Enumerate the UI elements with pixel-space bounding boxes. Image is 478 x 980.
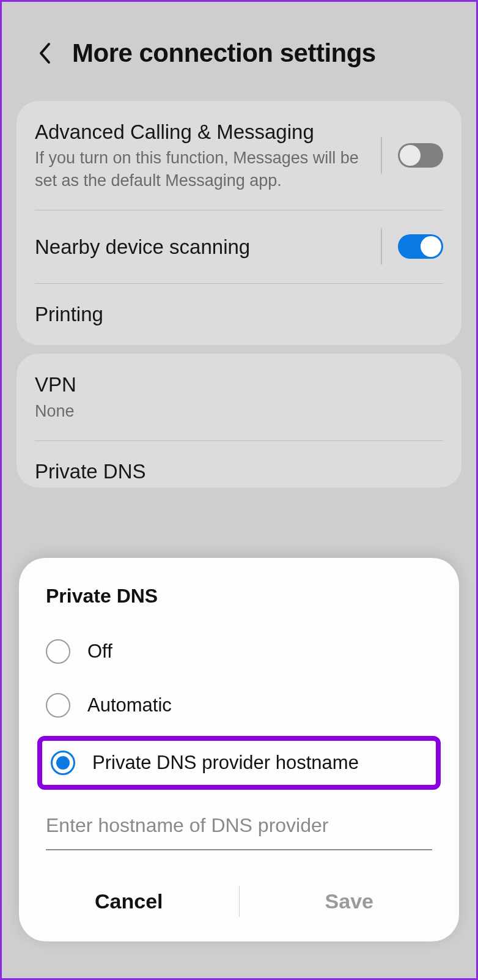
radio-label: Off: [87, 640, 112, 663]
toggle-advanced-calling[interactable]: [398, 143, 443, 168]
toggle-nearby-scanning[interactable]: [398, 234, 443, 259]
row-title: Private DNS: [35, 459, 433, 484]
cancel-button[interactable]: Cancel: [19, 883, 239, 919]
radio-icon: [51, 751, 75, 775]
row-title: VPN: [35, 372, 433, 397]
back-button[interactable]: [32, 41, 57, 65]
toggle-wrap: [381, 137, 443, 174]
radio-icon: [46, 639, 70, 664]
chevron-left-icon: [38, 42, 51, 64]
row-vpn[interactable]: VPN None: [17, 354, 461, 440]
row-printing[interactable]: Printing: [17, 283, 461, 345]
radio-label: Private DNS provider hostname: [92, 752, 359, 774]
radio-option-provider-hostname[interactable]: Private DNS provider hostname: [37, 736, 441, 790]
row-subtitle: If you turn on this function, Messages w…: [35, 147, 371, 191]
settings-card-1: Advanced Calling & Messaging If you turn…: [17, 101, 461, 345]
row-title: Printing: [35, 302, 433, 327]
radio-icon: [46, 693, 70, 718]
save-button[interactable]: Save: [240, 883, 460, 919]
hostname-placeholder: Enter hostname of DNS provider: [46, 814, 328, 836]
row-title: Advanced Calling & Messaging: [35, 119, 371, 144]
settings-card-2: VPN None Private DNS: [17, 354, 461, 488]
radio-option-off[interactable]: Off: [19, 625, 459, 678]
row-advanced-calling[interactable]: Advanced Calling & Messaging If you turn…: [17, 101, 461, 210]
row-title: Nearby device scanning: [35, 234, 371, 259]
dialog-actions: Cancel Save: [19, 871, 459, 941]
hostname-input[interactable]: Enter hostname of DNS provider: [46, 808, 432, 850]
page-title: More connection settings: [72, 39, 376, 68]
radio-label: Automatic: [87, 694, 172, 716]
header: More connection settings: [2, 2, 476, 92]
radio-option-automatic[interactable]: Automatic: [19, 678, 459, 732]
row-private-dns[interactable]: Private DNS: [17, 440, 461, 488]
private-dns-dialog: Private DNS Off Automatic Private DNS pr…: [19, 558, 459, 941]
toggle-wrap: [381, 228, 443, 265]
dialog-title: Private DNS: [19, 585, 459, 625]
row-subtitle: None: [35, 400, 433, 422]
row-nearby-scanning[interactable]: Nearby device scanning: [17, 210, 461, 283]
